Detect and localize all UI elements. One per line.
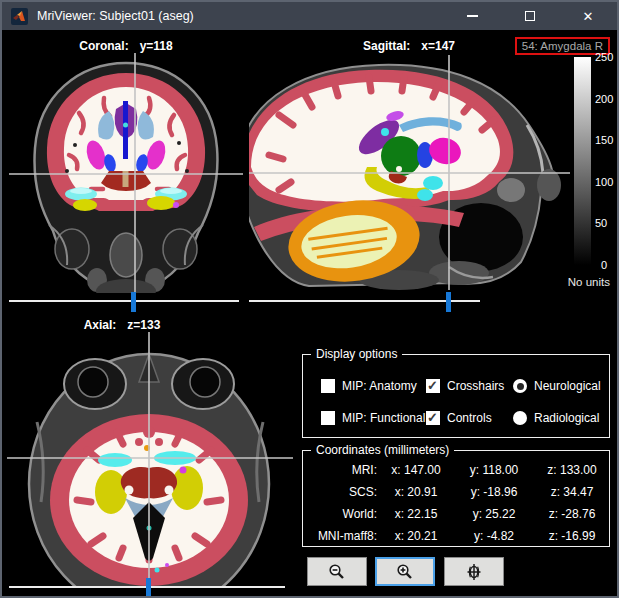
colorbar-tick: 100 [595, 176, 613, 188]
coordinates-group: Coordinates (millimeters) MRI: x: 147.00… [302, 450, 610, 547]
colorbar-units-label: No units [540, 276, 610, 288]
radio-icon[interactable] [513, 411, 527, 425]
coord-z: z: -28.76 [533, 507, 611, 522]
crosshair-target-button[interactable] [444, 557, 504, 586]
coord-row-name: SCS: [309, 485, 377, 500]
coord-y: y: -18.96 [455, 485, 533, 500]
axial-slider-marker[interactable] [146, 578, 151, 598]
radio-icon[interactable] [513, 379, 527, 393]
colorbar-tick: 50 [595, 217, 607, 229]
app-window: MriViewer: Subject01 (aseg) ✕ Coronal:y=… [0, 0, 619, 598]
zoom-out-button[interactable] [307, 557, 367, 586]
checkbox-icon[interactable]: ✓ [426, 379, 440, 393]
coordinates-table: MRI: x: 147.00 y: 118.00 z: 133.00 SCS: … [309, 463, 611, 544]
sagittal-slider-marker[interactable] [446, 292, 451, 312]
close-button[interactable]: ✕ [559, 2, 617, 30]
coord-y: y: 25.22 [455, 507, 533, 522]
colorbar-tick: 250 [595, 51, 613, 63]
coord-row-name: MNI-maff8: [309, 529, 377, 544]
viewer-content: Coronal:y=118 [2, 30, 617, 596]
checkbox-icon[interactable]: ✓ [321, 379, 335, 393]
zoom-out-icon [328, 563, 346, 581]
coordinates-legend: Coordinates (millimeters) [311, 443, 454, 457]
minimize-button[interactable] [443, 2, 501, 30]
display-options-legend: Display options [311, 347, 402, 361]
display-options-group: Display options ✓ MIP: Anatomy ✓ Crossha… [302, 354, 610, 438]
checkbox-icon[interactable]: ✓ [426, 411, 440, 425]
coronal-slice-slider[interactable] [9, 300, 239, 302]
zoom-in-icon [396, 563, 414, 581]
coord-z: z: 34.47 [533, 485, 611, 500]
colorbar-tick: 200 [595, 93, 613, 105]
mip-functional-checkbox[interactable]: ✓ MIP: Functional [321, 411, 425, 425]
radiological-radio[interactable]: Radiological [513, 411, 599, 425]
maximize-button[interactable] [501, 2, 559, 30]
minimize-icon [467, 15, 478, 17]
coord-x: x: 147.00 [377, 463, 455, 478]
controls-checkbox[interactable]: ✓ Controls [426, 411, 492, 425]
crosshair-target-icon [465, 563, 483, 581]
axial-view-label: Axial:z=133 [7, 318, 237, 332]
checkbox-icon[interactable]: ✓ [321, 411, 335, 425]
neurological-radio[interactable]: Neurological [513, 379, 601, 393]
zoom-in-button[interactable] [375, 557, 435, 586]
close-icon: ✕ [583, 10, 594, 23]
sagittal-slice-image[interactable] [249, 55, 570, 290]
coronal-slider-marker[interactable] [131, 292, 136, 312]
sagittal-view-label: Sagittal:x=147 [294, 39, 524, 53]
coord-row-name: World: [309, 507, 377, 522]
mip-anatomy-checkbox[interactable]: ✓ MIP: Anatomy [321, 379, 417, 393]
axial-slice-image[interactable] [7, 332, 293, 586]
coord-x: x: 20.91 [377, 485, 455, 500]
matlab-icon [11, 8, 28, 25]
crosshairs-checkbox[interactable]: ✓ Crosshairs [426, 379, 504, 393]
coord-y: y: -4.82 [455, 529, 533, 544]
title-bar[interactable]: MriViewer: Subject01 (aseg) ✕ [2, 2, 617, 30]
coord-y: y: 118.00 [455, 463, 533, 478]
coord-x: x: 20.21 [377, 529, 455, 544]
colorbar-tick: 150 [595, 134, 613, 146]
maximize-icon [525, 11, 535, 21]
coord-row-name: MRI: [309, 463, 377, 478]
coord-z: z: 133.00 [533, 463, 611, 478]
coronal-slice-image[interactable] [9, 53, 243, 293]
window-title: MriViewer: Subject01 (aseg) [37, 9, 443, 23]
coord-x: x: 22.15 [377, 507, 455, 522]
colorbar [574, 57, 591, 265]
colorbar-tick: 0 [601, 259, 607, 271]
coronal-view-label: Coronal:y=118 [9, 39, 243, 53]
coord-z: z: -16.99 [533, 529, 611, 544]
